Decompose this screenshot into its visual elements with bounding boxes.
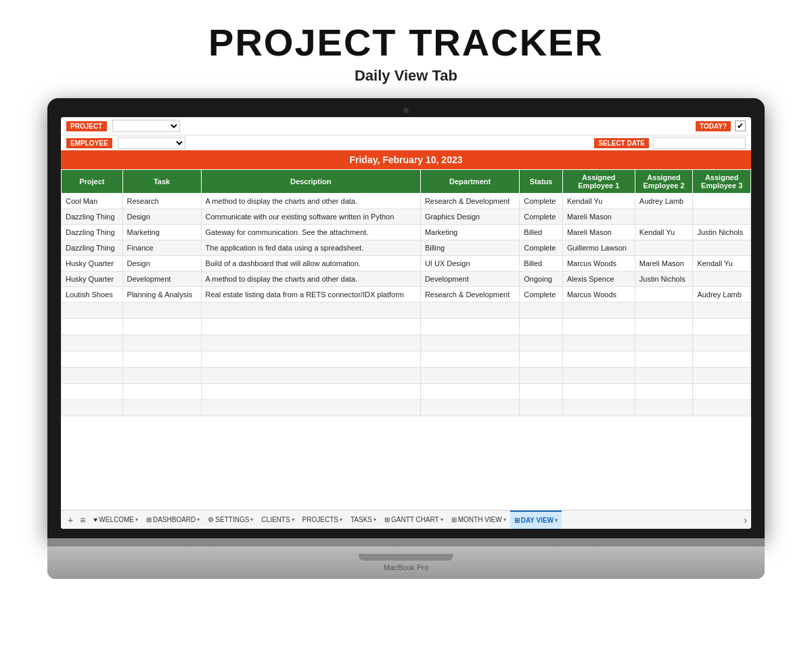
table-header-row: Project Task Description Department Stat… bbox=[62, 170, 751, 194]
table-row-empty bbox=[62, 384, 751, 400]
cell-description: A method to display the charts and other… bbox=[201, 272, 420, 287]
tab-gantt-chart[interactable]: ⊞GANTT CHART▾ bbox=[380, 511, 447, 529]
laptop-camera bbox=[403, 108, 409, 113]
settings-icon: ⚙ bbox=[208, 516, 214, 523]
day-view-arrow-icon: ▾ bbox=[555, 517, 558, 523]
cell-department: Billing bbox=[420, 240, 519, 256]
tab-label-projects: PROJECTS bbox=[302, 516, 338, 523]
table-row: Dazzling ThingMarketingGateway for commu… bbox=[62, 225, 751, 240]
filter-bar-row1: PROJECT TODAY? ✔ bbox=[61, 117, 751, 135]
laptop-body: PROJECT TODAY? ✔ EMPLOYEE SELEC bbox=[47, 98, 765, 538]
cell-department: UI UX Design bbox=[420, 256, 519, 272]
today-checkbox[interactable]: ✔ bbox=[735, 121, 746, 131]
today-label: TODAY? bbox=[696, 121, 731, 131]
table-row: Dazzling ThingFinanceThe application is … bbox=[62, 240, 751, 256]
cell-project: Loutish Shoes bbox=[62, 287, 123, 303]
cell-task: Planning & Analysis bbox=[122, 287, 201, 303]
welcome-arrow-icon: ▾ bbox=[135, 517, 138, 523]
gantt-chart-icon: ⊞ bbox=[384, 516, 390, 523]
tab-label-month-view: MONTH VIEW bbox=[458, 516, 502, 523]
cell-emp2: Kendall Yu bbox=[635, 225, 693, 240]
filter-bar-row2: EMPLOYEE SELECT DATE bbox=[61, 135, 751, 150]
date-input[interactable] bbox=[653, 137, 746, 149]
tab-welcome[interactable]: ♥WELCOME▾ bbox=[89, 511, 142, 529]
laptop-hinge bbox=[47, 538, 765, 546]
cell-project: Dazzling Thing bbox=[62, 209, 123, 225]
cell-status: Billed bbox=[520, 225, 563, 240]
date-header: Friday, February 10, 2023 bbox=[61, 150, 751, 169]
cell-status: Complete bbox=[520, 287, 563, 303]
cell-task: Marketing bbox=[122, 225, 201, 240]
tab-day-view[interactable]: ⊞DAY VIEW▾ bbox=[510, 511, 562, 529]
tab-label-day-view: DAY VIEW bbox=[521, 517, 554, 524]
tab-settings[interactable]: ⚙SETTINGS▾ bbox=[204, 511, 257, 529]
tab-dashboard[interactable]: ⊞DASHBOARD▾ bbox=[142, 511, 204, 529]
clients-arrow-icon: ▾ bbox=[292, 517, 294, 523]
cell-department: Research & Development bbox=[420, 287, 519, 303]
cell-task: Research bbox=[122, 194, 201, 209]
cell-task: Finance bbox=[122, 240, 201, 256]
cell-emp3 bbox=[693, 240, 751, 256]
page-subtitle: Daily View Tab bbox=[208, 67, 604, 85]
project-filter-label: PROJECT bbox=[66, 121, 107, 131]
tab-label-settings: SETTINGS bbox=[215, 516, 249, 523]
tab-clients[interactable]: CLIENTS▾ bbox=[257, 511, 298, 529]
tab-tasks[interactable]: TASKS▾ bbox=[346, 511, 380, 529]
cell-emp3: Justin Nichols bbox=[693, 225, 751, 240]
cell-status: Billed bbox=[520, 256, 563, 272]
cell-task: Development bbox=[122, 272, 201, 287]
screen: PROJECT TODAY? ✔ EMPLOYEE SELEC bbox=[61, 117, 751, 529]
project-select[interactable] bbox=[112, 120, 180, 132]
cell-emp2: Audrey Lamb bbox=[635, 194, 693, 209]
laptop-bottom: MacBook Pro bbox=[47, 538, 765, 579]
cell-emp1: Mareli Mason bbox=[562, 225, 635, 240]
col-description: Description bbox=[201, 170, 420, 194]
tab-label-tasks: TASKS bbox=[351, 516, 372, 523]
projects-arrow-icon: ▾ bbox=[340, 517, 342, 523]
tab-label-clients: CLIENTS bbox=[261, 516, 290, 523]
tab-label-welcome: WELCOME bbox=[99, 516, 134, 523]
gantt-chart-arrow-icon: ▾ bbox=[441, 517, 443, 523]
cell-task: Design bbox=[122, 209, 201, 225]
cell-description: A method to display the charts and other… bbox=[201, 194, 420, 209]
cell-emp1: Marcus Woods bbox=[562, 287, 635, 303]
cell-project: Husky Quarter bbox=[62, 256, 123, 272]
tab-scroll-right[interactable]: › bbox=[744, 515, 747, 525]
tab-menu-button[interactable]: ≡ bbox=[77, 515, 88, 525]
cell-emp2 bbox=[635, 287, 693, 303]
tab-projects[interactable]: PROJECTS▾ bbox=[298, 511, 346, 529]
project-table: Project Task Description Department Stat… bbox=[61, 169, 751, 416]
month-view-arrow-icon: ▾ bbox=[503, 517, 506, 523]
cell-emp3: Kendall Yu bbox=[693, 256, 751, 272]
settings-arrow-icon: ▾ bbox=[250, 517, 253, 523]
cell-emp1: Guillermo Lawson bbox=[562, 240, 635, 256]
tasks-arrow-icon: ▾ bbox=[374, 517, 376, 523]
table-row: Husky QuarterDevelopmentA method to disp… bbox=[62, 272, 751, 287]
cell-project: Husky Quarter bbox=[62, 272, 123, 287]
month-view-icon: ⊞ bbox=[451, 516, 457, 523]
cell-emp2: Justin Nichols bbox=[635, 272, 693, 287]
cell-department: Marketing bbox=[420, 225, 519, 240]
col-task: Task bbox=[122, 170, 201, 194]
table-row-empty bbox=[62, 368, 751, 384]
welcome-icon: ♥ bbox=[93, 516, 97, 523]
cell-project: Dazzling Thing bbox=[62, 225, 123, 240]
table-row: Husky QuarterDesignBuild of a dashboard … bbox=[62, 256, 751, 272]
cell-status: Ongoing bbox=[520, 272, 563, 287]
table-row-empty bbox=[62, 400, 751, 416]
table-row-empty bbox=[62, 319, 751, 335]
dashboard-icon: ⊞ bbox=[146, 516, 152, 523]
cell-description: Build of a dashboard that will allow aut… bbox=[201, 256, 420, 272]
tab-label-gantt-chart: GANTT CHART bbox=[391, 516, 439, 523]
cell-emp2 bbox=[635, 240, 693, 256]
page-title: PROJECT TRACKER bbox=[208, 20, 604, 64]
tab-month-view[interactable]: ⊞MONTH VIEW▾ bbox=[447, 511, 510, 529]
table-row: Loutish ShoesPlanning & AnalysisReal est… bbox=[62, 287, 751, 303]
cell-project: Dazzling Thing bbox=[62, 240, 123, 256]
cell-emp3: Audrey Lamb bbox=[693, 287, 751, 303]
cell-description: Gateway for communication. See the attac… bbox=[201, 225, 420, 240]
tab-add-button[interactable]: + bbox=[65, 515, 76, 525]
select-date-label: SELECT DATE bbox=[594, 138, 649, 148]
employee-select[interactable] bbox=[118, 137, 185, 149]
cell-emp1: Alexis Spence bbox=[562, 272, 635, 287]
